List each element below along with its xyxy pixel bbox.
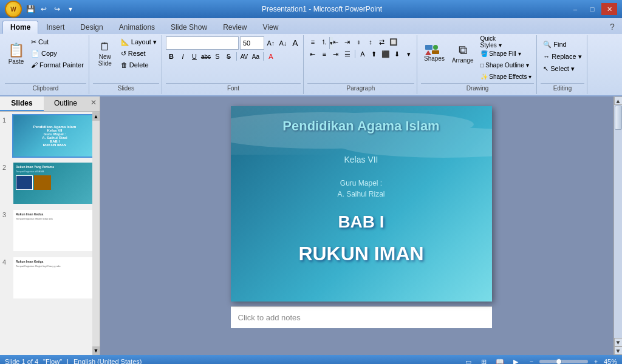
shape-fill-button[interactable]: 🪣 Shape Fill ▾ xyxy=(478,48,535,59)
strikethrough2-btn[interactable]: S̶ xyxy=(224,51,234,62)
reading-view-icon[interactable]: 📖 xyxy=(494,357,505,364)
shape-effects-button[interactable]: ✨ Shape Effects ▾ xyxy=(478,71,535,82)
shapes-button[interactable]: Shapes xyxy=(421,36,448,70)
scroll-up-button[interactable]: ▲ xyxy=(614,96,623,105)
editing-label: Editing xyxy=(541,83,584,93)
zoom-in-icon[interactable]: + xyxy=(590,357,601,364)
text-options-btn[interactable]: ▾ xyxy=(403,49,414,59)
text-direction-btn[interactable]: ⇄ xyxy=(377,36,388,47)
title-bar-left: W 💾 ↩ ↪ ▾ xyxy=(5,1,77,18)
slide-thumbnail-2[interactable]: 2 Rukun Iman Yang Pertama Tempat Kegiata… xyxy=(2,161,97,205)
save-button[interactable]: 💾 xyxy=(24,3,36,15)
slideshow-icon[interactable]: ▶ xyxy=(510,357,521,364)
increase-indent-btn[interactable]: ⇥ xyxy=(342,36,353,47)
columns-btn[interactable]: ⫾ xyxy=(354,36,364,47)
shape-outline-button[interactable]: □ Shape Outline ▾ xyxy=(478,59,535,70)
copy-button[interactable]: 📄 Copy xyxy=(29,48,86,59)
slide-canvas[interactable]: Pendidikan Agama Islam Kelas VII Guru Ma… xyxy=(231,106,492,302)
clear-font-btn[interactable]: A xyxy=(290,38,301,49)
decrease-indent-btn[interactable]: ⇤ xyxy=(330,36,341,47)
outline-tab[interactable]: Outline xyxy=(44,96,87,111)
zoom-out-icon[interactable]: − xyxy=(526,357,537,364)
slide-thumbnail-1[interactable]: 1 Pendidikan Agama IslamKelas VIIGuru Ma… xyxy=(2,114,97,158)
format-painter-button[interactable]: 🖌 Format Painter xyxy=(29,59,86,70)
align-top-btn[interactable]: ⬆ xyxy=(369,49,380,59)
drawing-group: Shapes ⧉ Arrange QuickStyles ▾ 🪣 Shape F… xyxy=(419,35,537,94)
line-spacing-btn[interactable]: ↕ xyxy=(365,36,376,47)
delete-button[interactable]: 🗑 Delete xyxy=(118,59,159,70)
reset-button[interactable]: ↺ Reset xyxy=(118,48,159,59)
slide-rukun: RUKUN IMAN xyxy=(231,243,492,265)
font-color-btn[interactable]: A xyxy=(265,51,276,62)
cut-button[interactable]: ✂ Cut xyxy=(29,36,86,47)
replace-button[interactable]: ↔ Replace ▾ xyxy=(541,51,584,62)
paste-button[interactable]: 📋 Paste xyxy=(5,36,27,70)
slides-tab[interactable]: Slides xyxy=(0,96,44,111)
quick-styles-button[interactable]: QuickStyles ▾ xyxy=(478,36,535,47)
tab-insert[interactable]: Insert xyxy=(38,21,72,34)
help-icon[interactable]: ? xyxy=(605,19,620,34)
shadow-btn[interactable]: S xyxy=(212,51,223,62)
zoom-slider[interactable] xyxy=(539,360,588,363)
office-button[interactable]: W xyxy=(5,1,22,18)
decrease-font-btn[interactable]: A↓ xyxy=(278,38,289,49)
redo-button[interactable]: ↪ xyxy=(51,3,63,15)
change-case-btn[interactable]: Aa xyxy=(250,51,261,62)
slide-thumbnail-4[interactable]: 4 Rukun Iman Ketiga Tempat Kegiatan: Beg… xyxy=(2,256,97,300)
text-shadow-btn[interactable]: A xyxy=(357,49,368,59)
tab-slideshow[interactable]: Slide Show xyxy=(163,21,215,34)
justify-btn[interactable]: ☰ xyxy=(342,49,353,59)
scroll-thumb[interactable] xyxy=(615,106,622,130)
slide-number-1: 1 xyxy=(2,114,10,124)
scroll-bottom-arrow[interactable]: ▼ xyxy=(614,338,623,346)
bold-btn[interactable]: B xyxy=(166,51,177,62)
strikethrough-btn[interactable]: abc xyxy=(200,51,211,62)
tab-design[interactable]: Design xyxy=(72,21,111,34)
align-middle-btn[interactable]: ⬛ xyxy=(380,49,391,59)
slides-group: 🗒 NewSlide 📐 Layout ▾ ↺ Reset 🗑 Delete S… xyxy=(91,35,162,94)
select-button[interactable]: ↖ Select ▾ xyxy=(541,63,577,74)
zoom-thumb[interactable] xyxy=(556,359,562,364)
close-panel-button[interactable]: ✕ xyxy=(89,98,98,107)
numbering-btn[interactable]: ⒈ xyxy=(319,36,330,47)
tab-view[interactable]: View xyxy=(255,21,287,34)
scroll-down-button[interactable]: ▼ xyxy=(614,346,623,355)
font-size-combo[interactable]: ▾ xyxy=(240,36,264,50)
arrange-button[interactable]: ⧉ Arrange xyxy=(449,36,477,70)
new-slide-button[interactable]: 🗒 NewSlide xyxy=(93,36,117,70)
slide-number-2: 2 xyxy=(2,161,10,171)
increase-font-btn[interactable]: A↑ xyxy=(265,38,276,49)
slide-thumbnail-3[interactable]: 3 Rukun Iman Kedua Tempat Kegiatan: Mate… xyxy=(2,209,97,252)
close-button[interactable]: ✕ xyxy=(601,3,617,15)
tab-home[interactable]: Home xyxy=(2,21,38,34)
align-bottom-btn[interactable]: ⬇ xyxy=(392,49,403,59)
align-right-btn[interactable]: ⇥ xyxy=(330,49,341,59)
align-center-btn[interactable]: ≡ xyxy=(319,49,330,59)
normal-view-icon[interactable]: ▭ xyxy=(463,357,474,364)
notes-area[interactable]: Click to add notes xyxy=(231,306,492,328)
customize-button[interactable]: ▾ xyxy=(64,3,77,15)
slide-thumb-3[interactable]: Rukun Iman Kedua Tempat Kegiatan: Materi… xyxy=(12,209,97,252)
convert-to-smartart-btn[interactable]: 🔲 xyxy=(388,36,399,47)
slide-thumb-1[interactable]: Pendidikan Agama IslamKelas VIIGuru Mape… xyxy=(12,114,97,158)
slide-sorter-icon[interactable]: ⊞ xyxy=(479,357,490,364)
char-spacing-btn[interactable]: AV xyxy=(239,51,250,62)
bullets-btn[interactable]: ≡ xyxy=(307,36,318,47)
find-button[interactable]: 🔍 Find xyxy=(541,39,569,50)
slide-teacher-name: A. Saihul Rizal xyxy=(231,190,492,198)
undo-button[interactable]: ↩ xyxy=(38,3,50,15)
tab-review[interactable]: Review xyxy=(215,21,255,34)
layout-button[interactable]: 📐 Layout ▾ xyxy=(118,36,159,47)
font-name-combo[interactable]: ▾ xyxy=(166,36,239,50)
underline-btn[interactable]: U xyxy=(189,51,200,62)
align-left-btn[interactable]: ⇤ xyxy=(307,49,318,59)
scroll-down-arrow[interactable]: ▼ xyxy=(92,346,100,355)
slide-thumb-4[interactable]: Rukun Iman Ketiga Tempat Kegiatan: Begin… xyxy=(12,256,97,300)
italic-btn[interactable]: I xyxy=(177,51,188,62)
maximize-button[interactable]: □ xyxy=(584,3,600,15)
language-display: English (United States) xyxy=(73,358,142,364)
minimize-button[interactable]: – xyxy=(567,3,583,15)
tab-animations[interactable]: Animations xyxy=(111,21,163,34)
slide-thumb-2[interactable]: Rukun Iman Yang Pertama Tempat Kegiatan:… xyxy=(12,161,97,205)
scroll-up-arrow[interactable]: ▲ xyxy=(92,112,100,121)
